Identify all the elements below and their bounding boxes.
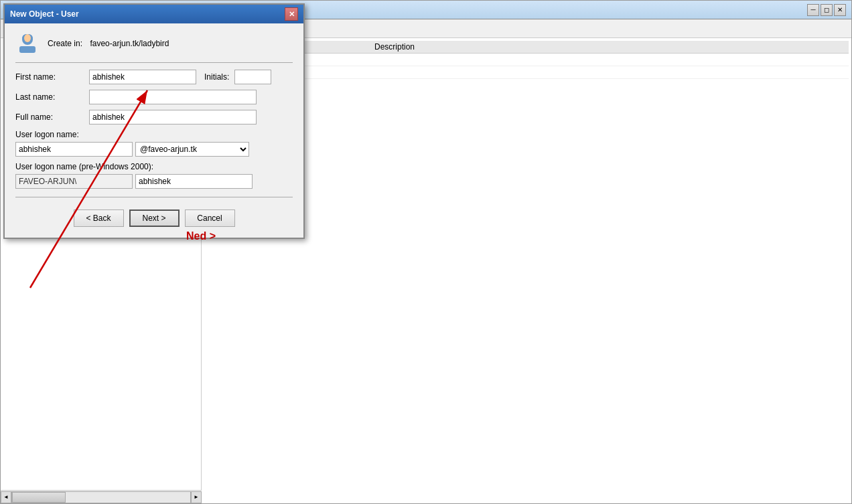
scrollbar-track[interactable] (11, 491, 191, 503)
restore-button[interactable]: ◻ (821, 4, 833, 16)
full-name-label: Full name: (15, 112, 89, 122)
initials-label: Initials: (204, 72, 229, 82)
back-button[interactable]: < Back (74, 209, 124, 227)
minimize-button[interactable]: ─ (807, 4, 819, 16)
dialog-header: Create in: faveo-arjun.tk/ladybird (15, 31, 293, 63)
first-name-label: First name: (15, 72, 89, 82)
create-in-label: Create in: (48, 39, 82, 48)
pre2000-domain-input (15, 174, 133, 189)
first-name-row: First name: Initials: (15, 70, 293, 84)
next-button[interactable]: Next > (129, 209, 180, 227)
row2-desc (341, 68, 475, 77)
pre2000-name-input[interactable] (135, 174, 253, 189)
svg-point-2 (24, 34, 31, 42)
last-name-label: Last name: (15, 92, 89, 102)
close-button[interactable]: ✕ (834, 4, 846, 16)
dialog-titlebar: New Object - User ✕ (5, 5, 303, 23)
pre2000-row (15, 174, 293, 189)
new-object-user-dialog: New Object - User ✕ Create in: faveo (3, 3, 305, 239)
logon-name-row: @faveo-arjun.tk (15, 142, 293, 157)
user-avatar-icon (17, 33, 38, 54)
description-column-header: Description (374, 42, 508, 52)
row1-desc (341, 55, 475, 64)
initials-input[interactable] (234, 70, 271, 84)
full-name-input[interactable] (89, 110, 257, 124)
last-name-input[interactable] (89, 90, 257, 104)
dialog-footer: < Back Next > Cancel (15, 204, 293, 230)
logon-name-label: User logon name: (15, 130, 293, 139)
create-in-path: faveo-arjun.tk/ladybird (90, 39, 169, 48)
divider (15, 197, 293, 197)
pre2000-section: User logon name (pre-Windows 2000): (15, 162, 293, 189)
cancel-button[interactable]: Cancel (185, 209, 235, 227)
ned-annotation-label: Ned > (186, 230, 216, 242)
dialog-close-button[interactable]: ✕ (285, 7, 298, 21)
pre2000-label: User logon name (pre-Windows 2000): (15, 162, 293, 171)
logon-name-section: User logon name: @faveo-arjun.tk (15, 130, 293, 157)
dialog-overlay: New Object - User ✕ Create in: faveo (0, 0, 308, 264)
scroll-right-button[interactable]: ► (191, 491, 202, 503)
domain-select[interactable]: @faveo-arjun.tk (135, 142, 249, 157)
full-name-row: Full name: (15, 110, 293, 124)
dialog-body: Create in: faveo-arjun.tk/ladybird First… (5, 23, 303, 238)
create-in-section: Create in: faveo-arjun.tk/ladybird (48, 39, 169, 48)
scrollbar-thumb[interactable] (12, 492, 66, 503)
first-name-input[interactable] (89, 70, 196, 84)
logon-name-input[interactable] (15, 142, 133, 157)
horizontal-scrollbar[interactable]: ◄ ► (1, 490, 202, 503)
scroll-left-button[interactable]: ◄ (1, 491, 11, 503)
svg-rect-3 (19, 46, 36, 53)
dialog-title: New Object - User (10, 9, 79, 19)
user-icon (15, 31, 40, 56)
last-name-row: Last name: (15, 90, 293, 104)
ad-titlebar-buttons: ─ ◻ ✕ (807, 4, 846, 16)
